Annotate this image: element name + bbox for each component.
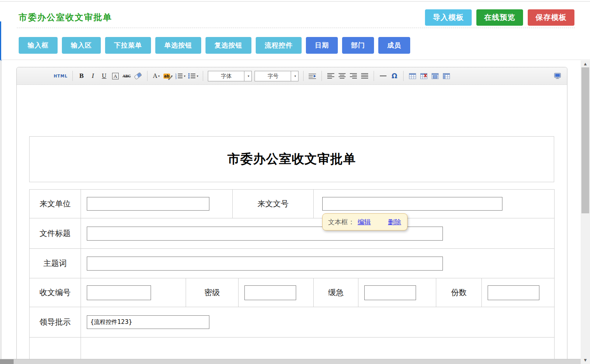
form-title: 市委办公室收文审批单	[228, 151, 356, 168]
scrollbar-thumb[interactable]	[581, 67, 589, 213]
template-action-buttons: 导入模板 在线预览 保存模板	[425, 9, 574, 26]
italic-button[interactable]: I	[89, 70, 97, 81]
table-properties-icon	[432, 73, 439, 79]
remove-format-button[interactable]	[134, 70, 142, 81]
indent-button[interactable]	[308, 70, 317, 81]
chevron-down-icon: ▾	[158, 74, 160, 78]
widget-button-member[interactable]: 成员	[378, 37, 410, 54]
widget-button-flow-control[interactable]: 流程控件	[256, 37, 302, 54]
copies-input[interactable]	[488, 285, 539, 300]
rich-text-editor: HTML B I U A ABC A ▾ ab ▾ 1 2 3	[16, 67, 567, 364]
ordered-list-icon: 1 2 3	[175, 73, 183, 79]
highlight-icon: ab	[163, 74, 170, 79]
save-template-button[interactable]: 保存模板	[528, 9, 574, 26]
table-row: 来文单位 来文文号	[30, 190, 555, 218]
incoming-doc-number-label: 来文文号	[233, 190, 314, 218]
window-bottom-edge	[0, 359, 581, 364]
font-family-select[interactable]: 字体 ▾	[208, 71, 252, 81]
unordered-list-icon	[188, 73, 196, 79]
urgency-input[interactable]	[364, 285, 416, 300]
leader-instructions-input[interactable]	[87, 315, 209, 329]
editor-document-area[interactable]: 市委办公室收文审批单 来文单位 来文文号 文件标题	[17, 85, 567, 364]
document-title-label: 文件标题	[30, 218, 81, 249]
vertical-scrollbar[interactable]: ▲ ▼	[581, 60, 590, 364]
window-left-edge	[1, 60, 1, 359]
leader-instructions-label: 领导批示	[30, 307, 81, 338]
scrollbar-up-button[interactable]: ▲	[581, 61, 590, 67]
table-row: 领导批示	[30, 307, 555, 338]
toolbar-separator	[321, 71, 322, 81]
font-color-button[interactable]: A ▾	[152, 70, 161, 81]
edit-link[interactable]: 编辑	[358, 218, 371, 227]
highlight-color-button[interactable]: ab ▾	[163, 70, 173, 81]
monitor-icon	[554, 73, 561, 79]
ordered-list-button[interactable]: 1 2 3 ▾	[175, 70, 185, 81]
secrecy-level-label: 密级	[186, 278, 239, 307]
font-color-icon: A	[153, 72, 158, 79]
subject-words-label: 主题词	[30, 249, 81, 278]
insert-table-button[interactable]	[408, 70, 417, 81]
html-source-button[interactable]: HTML	[54, 70, 68, 81]
eraser-icon	[134, 72, 142, 80]
import-template-button[interactable]: 导入模板	[425, 9, 472, 26]
horizontal-rule-icon	[380, 76, 386, 76]
fullscreen-button[interactable]	[553, 70, 562, 81]
special-char-button[interactable]: Ω	[390, 70, 399, 81]
widget-button-department[interactable]: 部门	[342, 37, 374, 54]
align-right-button[interactable]	[349, 70, 358, 81]
chevron-down-icon[interactable]: ▾	[244, 71, 251, 81]
align-left-icon	[327, 73, 334, 79]
widget-button-checkbox[interactable]: 复选按钮	[205, 37, 251, 54]
align-left-button[interactable]	[327, 70, 335, 81]
widget-button-textarea[interactable]: 输入区	[62, 37, 101, 54]
table-row: 主题词	[30, 249, 555, 278]
delete-link[interactable]: 删除	[388, 218, 401, 227]
secrecy-level-input[interactable]	[244, 285, 296, 300]
table-row: 收文编号 密级 缓急 份数	[30, 278, 555, 307]
urgency-label: 缓急	[314, 278, 358, 307]
receipt-number-input[interactable]	[87, 285, 151, 300]
toolbar-separator	[203, 71, 203, 81]
align-center-button[interactable]	[338, 70, 346, 81]
toolbar-separator	[403, 71, 404, 81]
incoming-doc-number-input[interactable]	[322, 197, 502, 211]
widget-button-dropdown[interactable]: 下拉菜单	[105, 37, 151, 54]
chevron-down-icon[interactable]: ▾	[291, 71, 298, 81]
cell-properties-icon	[443, 73, 450, 79]
control-tooltip: 文本框： 编辑 删除	[322, 213, 407, 230]
align-justify-button[interactable]	[360, 70, 369, 81]
toolbar-separator	[72, 71, 73, 81]
cell-properties-button[interactable]	[442, 70, 451, 81]
text-style-icon[interactable]: A	[112, 73, 119, 79]
underline-button[interactable]: U	[100, 70, 109, 81]
strikethrough-button[interactable]: ABC	[123, 70, 131, 81]
font-size-select[interactable]: 字号 ▾	[255, 71, 299, 81]
toolbar-separator	[303, 71, 304, 81]
online-preview-button[interactable]: 在线预览	[476, 9, 523, 26]
header-divider	[17, 28, 575, 28]
incoming-unit-label: 来文单位	[30, 190, 81, 218]
delete-table-button[interactable]	[420, 70, 428, 81]
widget-button-input-box[interactable]: 输入框	[19, 37, 58, 54]
window-bottom-corner	[0, 359, 14, 364]
widget-button-radio[interactable]: 单选按钮	[155, 37, 201, 54]
align-justify-icon	[361, 73, 368, 79]
form-widget-toolbar: 输入框 输入区 下拉菜单 单选按钮 复选按钮 流程控件 日期 部门 成员	[19, 37, 410, 54]
insert-table-icon	[409, 73, 416, 79]
toolbar-separator	[147, 71, 148, 81]
incoming-unit-input[interactable]	[87, 197, 209, 211]
chevron-down-icon: ▾	[197, 74, 198, 78]
svg-text:3: 3	[175, 77, 177, 79]
align-center-icon	[339, 73, 346, 79]
copies-label: 份数	[436, 278, 482, 307]
scrollbar-down-button[interactable]: ▼	[581, 357, 590, 363]
widget-button-date[interactable]: 日期	[306, 37, 338, 54]
bold-button[interactable]: B	[77, 70, 86, 81]
horizontal-rule-button[interactable]	[379, 70, 387, 81]
page-title: 市委办公室收文审批单	[19, 12, 112, 23]
table-properties-button[interactable]	[431, 70, 439, 81]
chevron-down-icon: ▾	[184, 74, 185, 78]
subject-words-input[interactable]	[87, 257, 443, 271]
unordered-list-button[interactable]: ▾	[188, 70, 198, 81]
page-header: 市委办公室收文审批单 导入模板 在线预览 保存模板 输入框 输入区 下拉菜单 单…	[1, 2, 590, 60]
